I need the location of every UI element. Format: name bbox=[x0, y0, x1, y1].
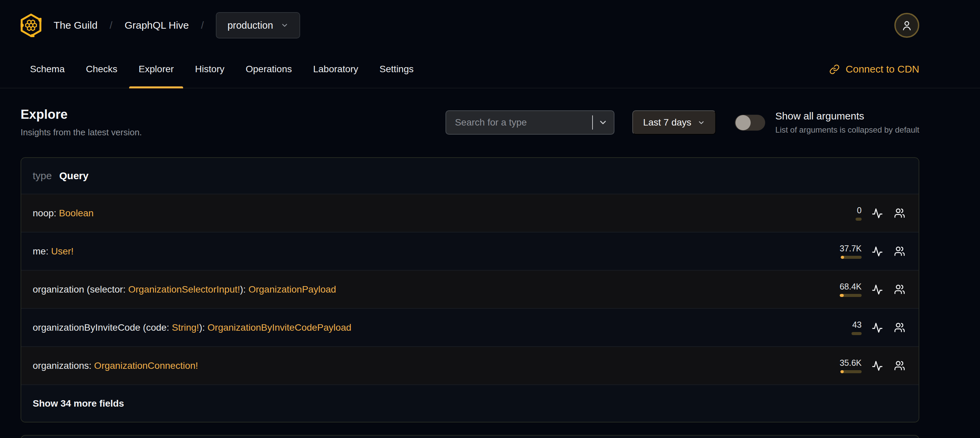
type-kind-label: type bbox=[33, 170, 52, 182]
toggle-labels: Show all arguments List of arguments is … bbox=[775, 110, 919, 135]
field-stats: 0 bbox=[833, 205, 919, 221]
type-card-header: type Query bbox=[21, 158, 919, 194]
type-card-query: type Query noop: Boolean0 me: User!37.7K… bbox=[21, 157, 919, 422]
chevron-down-icon bbox=[281, 21, 289, 29]
type-link[interactable]: OrganizationConnection! bbox=[94, 360, 198, 371]
explorer-controls: Last 7 days Show all arguments List of a… bbox=[445, 110, 919, 135]
field-stats: 68.4K bbox=[833, 282, 919, 297]
activity-icon[interactable] bbox=[872, 207, 883, 219]
toggle-title: Show all arguments bbox=[775, 110, 919, 122]
chevron-down-icon[interactable] bbox=[598, 118, 608, 127]
users-icon[interactable] bbox=[894, 360, 905, 371]
usage-count: 37.7K bbox=[840, 244, 862, 253]
users-icon[interactable] bbox=[894, 322, 905, 333]
page-heading: Explore Insights from the latest version… bbox=[21, 107, 142, 138]
usage-bar bbox=[841, 256, 862, 259]
tab-history[interactable]: History bbox=[186, 51, 234, 88]
chevron-down-icon bbox=[697, 119, 705, 127]
type-link[interactable]: Boolean bbox=[59, 208, 94, 218]
activity-icon[interactable] bbox=[872, 322, 883, 333]
link-icon bbox=[829, 64, 840, 75]
usage-bar bbox=[851, 332, 862, 335]
field-name-text: me: bbox=[33, 246, 51, 256]
breadcrumb-org[interactable]: The Guild bbox=[54, 19, 97, 31]
usage-bar bbox=[840, 294, 862, 297]
type-link[interactable]: OrganizationByInviteCodePayload bbox=[207, 322, 351, 333]
activity-icon[interactable] bbox=[872, 360, 883, 371]
date-range-label: Last 7 days bbox=[643, 117, 691, 128]
show-all-arguments-toggle[interactable] bbox=[735, 115, 765, 131]
tab-explorer[interactable]: Explorer bbox=[129, 51, 183, 88]
type-search-input[interactable] bbox=[455, 117, 590, 128]
type-link[interactable]: String! bbox=[172, 322, 199, 333]
field-row: organization (selector: OrganizationSele… bbox=[21, 270, 919, 308]
breadcrumb: The Guild / GraphQL Hive / production bbox=[21, 12, 300, 38]
type-link[interactable]: OrganizationPayload bbox=[248, 284, 336, 295]
field-stats: 37.7K bbox=[833, 244, 919, 259]
users-icon[interactable] bbox=[894, 207, 905, 219]
users-icon[interactable] bbox=[894, 246, 905, 257]
breadcrumb-separator: / bbox=[110, 19, 112, 31]
tab-schema[interactable]: Schema bbox=[21, 51, 74, 88]
breadcrumb-project[interactable]: GraphQL Hive bbox=[124, 19, 189, 31]
nav-tabs: SchemaChecksExplorerHistoryOperationsLab… bbox=[0, 51, 980, 88]
usage-count: 68.4K bbox=[840, 282, 862, 291]
type-link[interactable]: User! bbox=[51, 246, 73, 256]
connect-to-cdn-link[interactable]: Connect to CDN bbox=[829, 51, 919, 88]
field-signature: me: User! bbox=[33, 246, 73, 257]
field-stats: 35.6K bbox=[833, 358, 919, 373]
field-row: me: User!37.7K bbox=[21, 232, 919, 270]
show-more-fields-button[interactable]: Show 34 more fields bbox=[21, 384, 919, 422]
activity-icon[interactable] bbox=[872, 246, 883, 257]
activity-icon[interactable] bbox=[872, 284, 883, 295]
field-name-text: organization (selector: bbox=[33, 284, 128, 295]
usage-bar bbox=[840, 370, 862, 373]
field-stats: 43 bbox=[833, 320, 919, 335]
target-selector-button[interactable]: production bbox=[216, 12, 300, 38]
combobox-divider bbox=[592, 115, 593, 130]
usage-count-block: 68.4K bbox=[833, 282, 862, 297]
user-icon bbox=[900, 19, 913, 32]
hive-logo[interactable] bbox=[21, 13, 41, 37]
type-name[interactable]: Query bbox=[59, 170, 89, 182]
usage-bar-fill bbox=[840, 294, 844, 297]
date-range-button[interactable]: Last 7 days bbox=[632, 110, 716, 135]
breadcrumb-separator: / bbox=[201, 19, 204, 31]
toggle-description: List of arguments is collapsed by defaul… bbox=[775, 125, 919, 135]
type-search-combobox[interactable] bbox=[445, 110, 614, 135]
field-signature: organization (selector: OrganizationSele… bbox=[33, 284, 336, 295]
usage-count: 0 bbox=[857, 205, 862, 215]
connect-to-cdn-label: Connect to CDN bbox=[846, 64, 919, 75]
usage-count-block: 0 bbox=[833, 205, 862, 221]
field-signature: organizationByInviteCode (code: String!)… bbox=[33, 322, 352, 333]
field-row: noop: Boolean0 bbox=[21, 194, 919, 232]
field-name-text: ): bbox=[240, 284, 248, 295]
field-name-text: organizationByInviteCode (code: bbox=[33, 322, 172, 333]
target-selector-label: production bbox=[227, 20, 273, 31]
type-link[interactable]: OrganizationSelectorInput! bbox=[128, 284, 240, 295]
usage-bar bbox=[856, 218, 862, 221]
tab-settings[interactable]: Settings bbox=[370, 51, 423, 88]
field-name-text: ): bbox=[199, 322, 207, 333]
usage-bar-fill bbox=[841, 256, 844, 259]
usage-count-block: 43 bbox=[833, 320, 862, 335]
field-name-text: noop: bbox=[33, 208, 59, 218]
tab-laboratory[interactable]: Laboratory bbox=[304, 51, 368, 88]
field-row: organizations: OrganizationConnection!35… bbox=[21, 346, 919, 384]
next-type-card-partial bbox=[21, 435, 919, 438]
field-rows: noop: Boolean0 me: User!37.7K organizati… bbox=[21, 194, 919, 384]
field-name-text: organizations: bbox=[33, 360, 94, 371]
tab-checks[interactable]: Checks bbox=[76, 51, 127, 88]
user-menu-button[interactable] bbox=[894, 13, 919, 38]
users-icon[interactable] bbox=[894, 284, 905, 295]
toggle-knob bbox=[735, 115, 751, 130]
usage-bar-fill bbox=[840, 370, 844, 373]
tab-operations[interactable]: Operations bbox=[236, 51, 301, 88]
explorer-page: Explore Insights from the latest version… bbox=[0, 88, 980, 438]
field-signature: noop: Boolean bbox=[33, 208, 94, 219]
usage-count-block: 35.6K bbox=[833, 358, 862, 373]
page-subtitle: Insights from the latest version. bbox=[21, 127, 142, 138]
usage-count: 43 bbox=[852, 320, 862, 330]
usage-count: 35.6K bbox=[840, 358, 862, 368]
field-row: organizationByInviteCode (code: String!)… bbox=[21, 308, 919, 346]
